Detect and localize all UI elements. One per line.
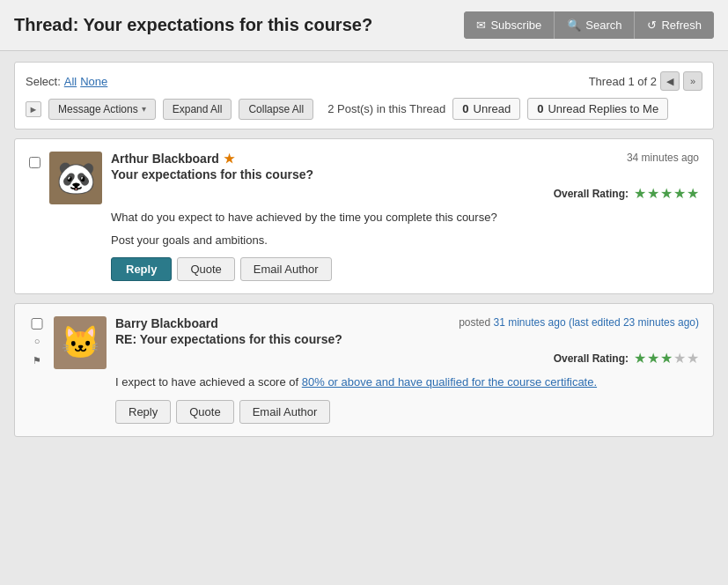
subscribe-button[interactable]: ✉ Subscribe [464, 11, 555, 39]
unread-badge: 0 Unread [452, 98, 520, 120]
rating-label: Overall Rating: [554, 188, 629, 200]
star-rating: ★ ★ ★ ★ ★ [634, 185, 699, 202]
post-author-2: Barry Blackboard [115, 316, 218, 330]
post-rating: Overall Rating: ★ ★ ★ ★ ★ [111, 185, 699, 202]
prev-thread-button[interactable]: ◀ [660, 71, 680, 91]
star-4: ★ [673, 185, 686, 202]
post-time: 34 minutes ago [627, 152, 699, 164]
select-label: Select: [26, 75, 61, 88]
search-icon: 🔍 [567, 19, 581, 32]
flag-icon: ⚑ [29, 352, 45, 368]
post-time-2: posted 31 minutes ago (last edited 23 mi… [459, 316, 699, 329]
star-rating-2: ★ ★ ★ ★ ★ [634, 350, 699, 367]
refresh-button[interactable]: ↺ Refresh [635, 11, 714, 39]
post-body-line-2: Post your goals and ambitions. [111, 232, 699, 249]
post-body-link[interactable]: 80% or above and have qualified for the … [302, 375, 597, 389]
star-1: ★ [634, 185, 646, 202]
post-time-link[interactable]: 31 minutes ago (last edited 23 minutes a… [494, 316, 699, 329]
toolbar-bottom-row: ► Message Actions ▾ Expand All Collapse … [26, 98, 702, 120]
post-body-line-1: What do you expect to have achieved by t… [111, 209, 699, 226]
star-4: ★ [673, 350, 686, 367]
post-title-2: RE: Your expectations for this course? [115, 332, 699, 346]
star-2: ★ [647, 185, 659, 202]
collapse-arrow-icon[interactable]: ► [26, 101, 41, 117]
post-checkbox-2[interactable] [29, 318, 45, 330]
toolbar-panel: Select: All None Thread 1 of 2 ◀ » ► Mes… [14, 62, 714, 130]
post-rating-2: Overall Rating: ★ ★ ★ ★ ★ [115, 350, 699, 367]
quote-button-2[interactable]: Quote [176, 400, 233, 424]
page-header: Thread: Your expectations for this cours… [0, 0, 728, 51]
post-title: Your expectations for this course? [111, 167, 699, 181]
select-none-button[interactable]: None [80, 75, 107, 88]
main-content: Select: All None Thread 1 of 2 ◀ » ► Mes… [0, 51, 728, 456]
unread-label: Unread [474, 102, 511, 115]
star-5: ★ [687, 350, 699, 367]
unread-replies-count: 0 [537, 102, 543, 115]
unread-replies-label: Unread Replies to Me [548, 102, 658, 115]
star-3: ★ [660, 185, 673, 202]
author-badge-icon: ★ [224, 152, 235, 166]
header-action-group: ✉ Subscribe 🔍 Search ↺ Refresh [464, 11, 714, 39]
avatar-2: 🐱 [54, 316, 107, 369]
post-card-reply: ○ ⚑ 🐱 Barry Blackboard posted 31 minutes… [14, 303, 714, 437]
post-meta-2: Barry Blackboard posted 31 minutes ago (… [115, 316, 699, 330]
post-actions-2: Reply Quote Email Author [115, 400, 699, 424]
next-thread-button[interactable]: » [683, 71, 702, 91]
search-button[interactable]: 🔍 Search [555, 11, 635, 39]
avatar: 🐼 [49, 152, 102, 204]
rating-label-2: Overall Rating: [554, 352, 629, 365]
reply-button[interactable]: Reply [111, 257, 172, 281]
chevron-down-icon: ▾ [142, 104, 146, 114]
subscribe-icon: ✉ [476, 19, 486, 32]
star-1: ★ [634, 350, 646, 367]
select-all-button[interactable]: All [64, 75, 77, 88]
expand-all-button[interactable]: Expand All [163, 99, 232, 120]
toolbar-top-row: Select: All None Thread 1 of 2 ◀ » [26, 71, 702, 91]
post-content-2: Barry Blackboard posted 31 minutes ago (… [115, 316, 699, 424]
thread-navigation: Thread 1 of 2 ◀ » [589, 71, 702, 91]
email-author-button-2[interactable]: Email Author [239, 400, 331, 424]
post-side-icons: ○ ⚑ [29, 318, 45, 368]
reply-button-2[interactable]: Reply [115, 400, 171, 424]
post-body-2: I expect to have achieved a score of 80%… [115, 374, 699, 391]
star-5: ★ [687, 185, 699, 202]
post-checkbox[interactable] [29, 157, 40, 168]
post-author: Arthur Blackboard ★ [111, 152, 235, 166]
collapse-all-button[interactable]: Collapse All [239, 99, 313, 120]
post-card: 🐼 Arthur Blackboard ★ 34 minutes ago You… [14, 138, 714, 294]
posts-count: 2 Post(s) in this Thread [327, 102, 445, 115]
star-2: ★ [647, 350, 659, 367]
unread-replies-badge: 0 Unread Replies to Me [527, 98, 668, 120]
thread-nav-text: Thread 1 of 2 [589, 75, 657, 88]
circle-icon: ○ [29, 333, 45, 349]
star-3: ★ [660, 350, 673, 367]
post-body-text-2: I expect to have achieved a score of 80%… [115, 374, 699, 391]
unread-count: 0 [462, 102, 468, 115]
post-body: What do you expect to have achieved by t… [111, 209, 699, 248]
post-content: Arthur Blackboard ★ 34 minutes ago Your … [111, 152, 699, 281]
post-meta: Arthur Blackboard ★ 34 minutes ago [111, 152, 699, 166]
select-row: Select: All None [26, 75, 107, 88]
post-actions: Reply Quote Email Author [111, 257, 699, 281]
refresh-icon: ↺ [647, 19, 657, 32]
message-actions-button[interactable]: Message Actions ▾ [48, 99, 156, 120]
quote-button[interactable]: Quote [177, 257, 234, 281]
page-title: Thread: Your expectations for this cours… [14, 15, 372, 35]
email-author-button[interactable]: Email Author [240, 257, 332, 281]
